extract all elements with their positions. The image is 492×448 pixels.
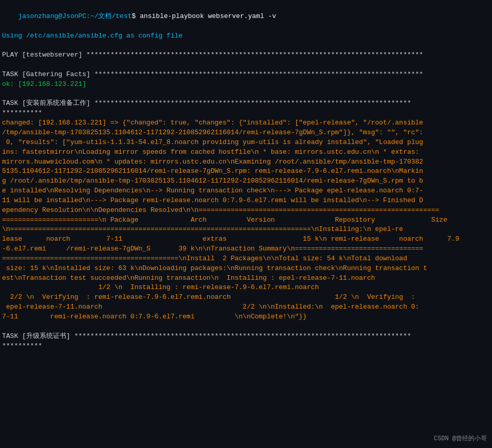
task-upgrade-cert-line-2: ********** — [0, 342, 492, 351]
changed-output-4: ins: fastestmirror\nLoading mirror speed… — [0, 148, 492, 157]
config-line: Using /etc/ansible/ansible.cfg as config… — [0, 31, 492, 41]
task-prepare-line-2: ********** — [0, 109, 492, 118]
changed-output-6: 5135.1104612-1171292-210852962116014/rem… — [0, 167, 492, 176]
play-testwebserver-line: PLAY [testwebserver] *******************… — [0, 50, 492, 60]
prompt-line: jasonzhang@JsonPC:~/文档/test$ ansible-pla… — [0, 2, 492, 31]
changed-output-18: 1/2 \n Installing : remi-release-7.9-6.e… — [0, 283, 492, 293]
changed-output-5: mirrors.huaweicloud.com\n * updates: mir… — [0, 157, 492, 167]
changed-output-11: ========================\n Package Arch … — [0, 216, 492, 225]
ok-line: ok: [192.168.123.221] — [0, 80, 492, 89]
changed-output-8: e installed\nResolving Dependencies\n-->… — [0, 186, 492, 196]
changed-output-15: ========================================… — [0, 254, 492, 264]
changed-output-17: est\nTransaction test succeeded\nRunning… — [0, 274, 492, 283]
blank-line-2 — [0, 60, 492, 70]
changed-output-13: lease noarch 7-11 extras 15 k\n remi-rel… — [0, 235, 492, 244]
changed-output-19: 2/2 \n Verifying : remi-release-7.9-6.el… — [0, 293, 492, 302]
prompt-cmd: ansible-playbook webserver.yaml -v — [136, 12, 276, 20]
changed-output-21: 7-11 remi-release.noarch 0:7.9-6.el7.rem… — [0, 312, 492, 322]
changed-output-20: epel-release-7-11.noarch 2/2 \n\nInstall… — [0, 302, 492, 312]
changed-output-12: \n======================================… — [0, 225, 492, 235]
changed-output: changed: [192.168.123.221] => {"changed"… — [0, 118, 492, 128]
watermark: CSDN @曾经的小哥 — [434, 434, 487, 443]
blank-line-4 — [0, 322, 492, 332]
prompt-user: jasonzhang@JsonPC:~/文档/test — [18, 12, 132, 20]
changed-output-16: size: 15 k\nInstalled size: 63 k\nDownlo… — [0, 264, 492, 274]
changed-output-3: 0, "results": ["yum-utils-1.1.31-54.el7_… — [0, 138, 492, 148]
task-upgrade-cert-line: TASK [升级系统证书] **************************… — [0, 332, 492, 342]
prompt-dollar: $ — [132, 12, 136, 20]
changed-output-9: 11 will be installed\n---> Package remi-… — [0, 196, 492, 206]
blank-line-1 — [0, 41, 492, 50]
task-gathering-line: TASK [Gathering Facts] *****************… — [0, 70, 492, 80]
changed-output-10: ependency Resolution\n\nDependencies Res… — [0, 206, 492, 216]
changed-output-7: g /root/.ansible/tmp/ansible-tmp-1703825… — [0, 176, 492, 186]
task-prepare-line: TASK [安装前系统准备工作] ***********************… — [0, 99, 492, 109]
changed-output-2: /tmp/ansible-tmp-1703825135.1104612-1171… — [0, 128, 492, 138]
changed-output-14: -6.el7.remi /remi-release-7gDWn_S 39 k\n… — [0, 244, 492, 254]
blank-line-3 — [0, 89, 492, 99]
terminal-window: jasonzhang@JsonPC:~/文档/test$ ansible-pla… — [0, 0, 492, 448]
